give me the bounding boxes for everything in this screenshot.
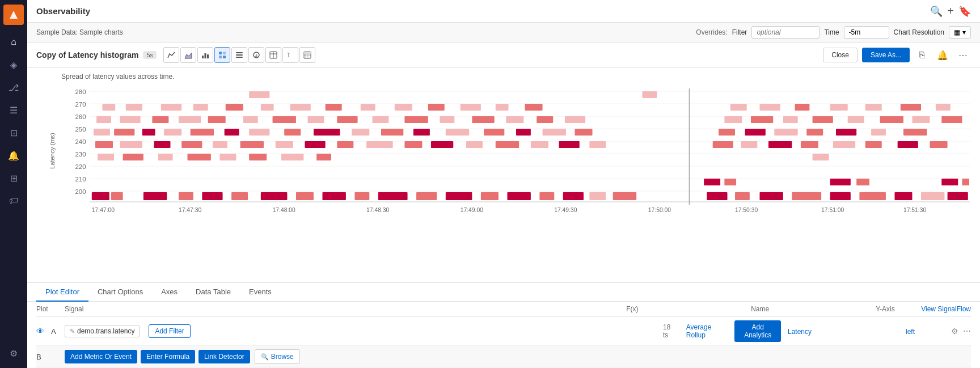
chart-title: Copy of Latency histogram bbox=[36, 50, 138, 60]
svg-rect-112 bbox=[813, 116, 833, 123]
svg-rect-119 bbox=[161, 104, 181, 111]
tab-axes[interactable]: Axes bbox=[152, 283, 187, 302]
line-chart-btn[interactable] bbox=[163, 47, 179, 63]
sidebar-item-settings[interactable]: ⚙ bbox=[3, 343, 24, 363]
single-value-btn[interactable]: 4 bbox=[248, 47, 264, 63]
svg-text:17:49:30: 17:49:30 bbox=[554, 207, 577, 213]
svg-rect-130 bbox=[525, 104, 543, 111]
svg-rect-101 bbox=[337, 116, 357, 123]
text-chart-btn[interactable]: T bbox=[282, 47, 298, 63]
svg-rect-79 bbox=[381, 129, 403, 136]
resolution-button[interactable]: ▦ ▾ bbox=[949, 26, 971, 39]
add-icon[interactable]: + bbox=[947, 5, 954, 18]
close-button[interactable]: Close bbox=[823, 48, 858, 62]
svg-rect-53 bbox=[446, 192, 472, 200]
enter-formula-button[interactable]: Enter Formula bbox=[141, 350, 195, 363]
sidebar-item-tags[interactable]: 🏷 bbox=[3, 191, 24, 211]
row-a-actions: ⚙ ⋯ bbox=[951, 327, 971, 336]
tab-data-table[interactable]: Data Table bbox=[187, 283, 240, 302]
svg-rect-167 bbox=[158, 154, 173, 160]
svg-rect-162 bbox=[865, 141, 882, 148]
svg-text:210: 210 bbox=[75, 176, 86, 183]
signal-tag[interactable]: ✎ demo.trans.latency bbox=[65, 325, 140, 337]
svg-rect-67 bbox=[921, 192, 944, 200]
row-gear-icon[interactable]: ⚙ bbox=[951, 327, 958, 336]
svg-rect-64 bbox=[830, 192, 851, 200]
app-logo[interactable] bbox=[3, 5, 24, 25]
list-chart-btn[interactable] bbox=[231, 47, 247, 63]
browse-label: Browse bbox=[271, 353, 294, 361]
svg-rect-102 bbox=[372, 116, 388, 123]
svg-text:240: 240 bbox=[75, 138, 86, 145]
table-chart-btn[interactable] bbox=[265, 47, 281, 63]
bookmark-icon[interactable]: 🔖 bbox=[958, 5, 971, 18]
bell-icon[interactable]: 🔔 bbox=[935, 47, 951, 63]
row-more-icon[interactable]: ⋯ bbox=[963, 327, 971, 336]
svg-rect-124 bbox=[326, 104, 342, 111]
link-detector-button[interactable]: Link Detector bbox=[198, 350, 250, 363]
table-row: 👁 A ✎ demo.trans.latency Add Filter 18 t… bbox=[36, 317, 971, 346]
tab-plot-editor[interactable]: Plot Editor bbox=[36, 283, 88, 302]
visibility-toggle[interactable]: 👁 bbox=[36, 327, 44, 336]
svg-rect-133 bbox=[795, 104, 810, 111]
row-a-fx-col: 18 ts Average Rollup Add Analytics bbox=[656, 320, 781, 342]
svg-rect-92 bbox=[903, 129, 927, 136]
svg-rect-61 bbox=[735, 192, 750, 200]
average-rollup-link[interactable]: Average Rollup bbox=[686, 323, 724, 339]
sidebar-item-widgets[interactable]: ⊞ bbox=[3, 168, 24, 188]
svg-rect-143 bbox=[181, 141, 202, 148]
sidebar-item-graph[interactable]: ◈ bbox=[3, 54, 24, 75]
sidebar-item-list[interactable]: ☰ bbox=[3, 100, 24, 120]
column-chart-btn[interactable] bbox=[197, 47, 213, 63]
sidebar-item-home[interactable]: ⌂ bbox=[3, 32, 24, 52]
svg-rect-52 bbox=[416, 192, 437, 200]
svg-rect-103 bbox=[404, 116, 428, 123]
svg-rect-131 bbox=[730, 104, 747, 111]
svg-rect-146 bbox=[276, 141, 293, 148]
svg-rect-81 bbox=[446, 129, 469, 136]
overrides-label: Overrides: bbox=[696, 28, 727, 36]
svg-rect-44 bbox=[179, 192, 193, 200]
sidebar-item-alerts[interactable]: 🔔 bbox=[3, 145, 24, 166]
add-analytics-button[interactable]: Add Analytics bbox=[734, 320, 781, 342]
sidebar-item-hierarchy[interactable]: ⎇ bbox=[3, 77, 24, 98]
svg-rect-2 bbox=[205, 53, 206, 58]
signal-value: demo.trans.latency bbox=[77, 327, 134, 335]
svg-rect-56 bbox=[539, 192, 554, 200]
svg-rect-139 bbox=[642, 91, 657, 98]
event-feed-btn[interactable] bbox=[299, 47, 315, 63]
view-signalflow-link[interactable]: View SignalFlow bbox=[921, 305, 971, 313]
filter-input[interactable] bbox=[751, 26, 820, 39]
row-a-yaxis-col: left bbox=[906, 327, 951, 336]
copy-icon[interactable]: ⎘ bbox=[914, 47, 930, 63]
add-metric-button[interactable]: Add Metric Or Event bbox=[65, 350, 137, 363]
svg-rect-5 bbox=[223, 52, 226, 54]
heatmap-btn[interactable] bbox=[214, 47, 230, 63]
svg-rect-118 bbox=[126, 104, 142, 111]
svg-rect-91 bbox=[871, 129, 886, 136]
svg-rect-177 bbox=[856, 179, 869, 185]
sidebar-item-dashboard[interactable]: ⊡ bbox=[3, 122, 24, 143]
tab-events[interactable]: Events bbox=[240, 283, 281, 302]
search-icon[interactable]: 🔍 bbox=[930, 5, 943, 18]
svg-rect-120 bbox=[193, 104, 208, 111]
svg-rect-82 bbox=[484, 129, 504, 136]
svg-rect-62 bbox=[759, 192, 783, 200]
tab-chart-options[interactable]: Chart Options bbox=[88, 283, 152, 302]
col-header-name: Name bbox=[751, 305, 876, 313]
area-chart-btn[interactable] bbox=[180, 47, 196, 63]
save-as-button[interactable]: Save As... bbox=[862, 48, 910, 62]
svg-rect-144 bbox=[213, 141, 227, 148]
browse-button[interactable]: 🔍 Browse bbox=[255, 349, 300, 364]
svg-rect-156 bbox=[589, 141, 606, 148]
svg-rect-127 bbox=[428, 104, 445, 111]
svg-rect-42 bbox=[111, 192, 123, 200]
svg-rect-114 bbox=[880, 116, 903, 123]
name-value: Latency bbox=[788, 328, 812, 336]
time-input[interactable] bbox=[844, 26, 889, 39]
svg-rect-10 bbox=[236, 57, 243, 58]
row-a-name-col: Latency bbox=[781, 327, 906, 336]
more-options-icon[interactable]: ⋯ bbox=[955, 47, 971, 63]
svg-rect-149 bbox=[366, 141, 393, 148]
add-filter-button[interactable]: Add Filter bbox=[149, 324, 190, 338]
